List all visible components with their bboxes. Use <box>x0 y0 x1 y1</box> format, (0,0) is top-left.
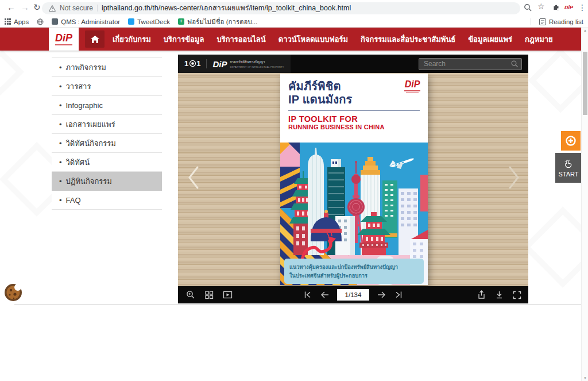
bullet: • <box>59 158 62 167</box>
forward-icon[interactable]: → <box>21 2 29 12</box>
nav-item-activities-media[interactable]: กิจกรรมและสื่อประชาสัมพันธ์ <box>361 33 455 45</box>
dip-extension-icon[interactable]: DiP <box>564 5 573 10</box>
bullet: • <box>59 177 62 186</box>
click-hand-icon <box>563 159 574 169</box>
bookmark-apps[interactable]: Apps <box>5 18 29 25</box>
back-icon[interactable]: ← <box>7 2 16 12</box>
page-bottom-divider <box>14 304 581 305</box>
browser-menu-icon[interactable]: ⋮ <box>578 3 586 12</box>
sidebar-menu: •ภาพกิจกรรม •วารสาร •Infographic •เอกสาร… <box>52 57 162 210</box>
book-tagline-box: แนวทางคุ้มครองและปกป้องทรัพย์สินทางปัญญา… <box>284 259 424 284</box>
bullet: • <box>59 120 62 129</box>
nav-item-law[interactable]: กฎหมาย <box>525 33 553 45</box>
browser-scrollbar[interactable]: ▲ ▼ <box>581 28 588 381</box>
bookmarks-divider <box>531 18 531 25</box>
security-label: Not secure <box>60 4 93 12</box>
nav-item-published-info[interactable]: ข้อมูลเผยแพร่ <box>468 33 512 45</box>
book-title-divider <box>288 110 420 111</box>
book-logo-bar <box>406 93 419 94</box>
viewer-stage: คัมภีร์พิชิต IP แดนมังกร DiP IP TOOLKIT … <box>178 73 528 286</box>
form-favicon: + <box>178 18 184 25</box>
reload-icon[interactable]: ↻ <box>33 2 41 13</box>
plus-circle-icon <box>565 135 577 147</box>
book-title: คัมภีร์พิชิต IP แดนมังกร <box>288 80 420 106</box>
book-cover-illustration: แนวทางคุ้มครองและปกป้องทรัพย์สินทางปัญญา… <box>280 143 428 285</box>
book-logo-bar <box>404 90 420 91</box>
book-cover[interactable]: คัมภีร์พิชิต IP แดนมังกร DiP IP TOOLKIT … <box>280 74 428 285</box>
scrollbar-thumb[interactable] <box>583 52 587 115</box>
search-icon <box>511 60 519 68</box>
nav-item-online-service[interactable]: บริการออนไลน์ <box>216 33 265 45</box>
nav-item-about[interactable]: เกี่ยวกับกรม <box>113 33 151 45</box>
decor-shape <box>0 48 24 95</box>
svg-text:ในประเทศจีนสำหรับผู้ประกอบการ: ในประเทศจีนสำหรับผู้ประกอบการ <box>289 272 368 279</box>
reading-list-icon <box>539 18 546 25</box>
prev-page-icon[interactable] <box>320 291 330 299</box>
nav-item-download-forms[interactable]: ดาวน์โหลดแบบฟอร์ม <box>278 33 348 45</box>
viewer-dip-logo: DiP <box>212 60 227 68</box>
bullet: • <box>59 101 62 110</box>
sidebar-item-photo-activities[interactable]: •ภาพกิจกรรม <box>52 58 162 77</box>
bookmarks-bar: Apps QMS : Administrator TweetDeck + ฟอร… <box>0 16 588 28</box>
book-subtitle-1: IP TOOLKIT FOR <box>288 114 420 124</box>
sidebar-item-activity-calendar[interactable]: •ปฏิทินกิจกรรม <box>52 172 162 191</box>
address-bar: ← → ↻ Not secure ipthailand.go.th/th/new… <box>0 0 588 16</box>
zoom-tool-icon[interactable] <box>186 290 195 299</box>
fullscreen-icon[interactable] <box>513 291 521 299</box>
url-divider <box>97 5 98 11</box>
decor-shape <box>528 48 588 113</box>
extensions-icon[interactable] <box>552 3 560 11</box>
scrollbar-down-icon[interactable]: ▼ <box>582 376 588 380</box>
next-page-icon[interactable] <box>377 291 386 299</box>
first-page-icon[interactable] <box>303 290 312 299</box>
bookmark-globe[interactable] <box>37 18 44 25</box>
share-icon[interactable] <box>477 290 486 299</box>
add-widget-button[interactable] <box>561 131 581 151</box>
decor-shape <box>522 206 588 287</box>
logo-divider <box>206 59 207 68</box>
toolbar-right-group <box>477 290 528 299</box>
thumbnails-grid-icon[interactable] <box>204 290 214 299</box>
slideshow-icon[interactable] <box>223 290 233 299</box>
sidebar-item-journal[interactable]: •วารสาร <box>52 77 162 96</box>
reading-list-button[interactable]: Reading list <box>539 18 583 25</box>
bookmark-star-icon[interactable]: ☆ <box>537 2 545 11</box>
site-logo[interactable]: DiP <box>49 28 79 51</box>
nav-item-info-service[interactable]: บริการข้อมูล <box>164 33 204 45</box>
bookmark-qms[interactable]: QMS : Administrator <box>52 18 120 25</box>
not-secure-warning-icon <box>49 5 56 11</box>
viewer-toolbar <box>178 286 528 303</box>
tweetdeck-favicon <box>128 18 134 25</box>
zoom-icon[interactable] <box>524 3 532 12</box>
cookie-consent-button[interactable] <box>4 283 22 304</box>
sidebar-item-publications[interactable]: •เอกสารเผยแพร่ <box>52 115 162 134</box>
bookmark-form[interactable]: + ฟอร์มไม่มีชื่อ (การตอบ... <box>178 17 257 27</box>
download-icon[interactable] <box>495 290 504 299</box>
search-input[interactable] <box>419 58 522 70</box>
toolbar-left-group <box>178 290 233 299</box>
book-subtitle-2: RUNNING BUSINESS IN CHINA <box>288 124 420 130</box>
start-button[interactable]: START <box>555 153 582 183</box>
sidebar-item-activity-videos[interactable]: •วิดิทัศน์กิจกรรม <box>52 134 162 153</box>
home-button[interactable] <box>85 30 105 48</box>
book-cover-header: คัมภีร์พิชิต IP แดนมังกร DiP IP TOOLKIT … <box>280 74 428 143</box>
prev-page-arrow[interactable] <box>186 165 201 190</box>
next-page-arrow[interactable] <box>506 165 521 190</box>
sidebar-item-videos[interactable]: •วิดิทัศน์ <box>52 153 162 172</box>
sidebar-item-faq[interactable]: •FAQ <box>52 191 162 210</box>
scrollbar-up-icon[interactable]: ▲ <box>582 29 588 32</box>
bookmark-tweetdeck[interactable]: TweetDeck <box>128 18 170 25</box>
bullet: • <box>59 139 62 148</box>
site-nav-menu: เกี่ยวกับกรม บริการข้อมูล บริการออนไลน์ … <box>113 28 553 51</box>
bullet: • <box>59 82 62 91</box>
page-indicator-input[interactable] <box>337 289 369 301</box>
last-page-icon[interactable] <box>394 290 403 299</box>
viewer-logo-block: 1 1 DiP กรมทรัพย์สินทางปัญญา DEPARTMENT … <box>178 55 291 73</box>
url-bar[interactable]: Not secure ipthailand.go.th/th/news-cent… <box>42 2 520 14</box>
toolbar-pager <box>303 289 403 301</box>
home-icon <box>91 36 99 43</box>
bullet: • <box>59 196 62 205</box>
sidebar-item-infographic[interactable]: •Infographic <box>52 96 162 115</box>
book-dip-logo: DiP <box>404 80 420 93</box>
viewer-dip-caption: กรมทรัพย์สินทางปัญญา DEPARTMENT OF INTEL… <box>230 59 284 68</box>
